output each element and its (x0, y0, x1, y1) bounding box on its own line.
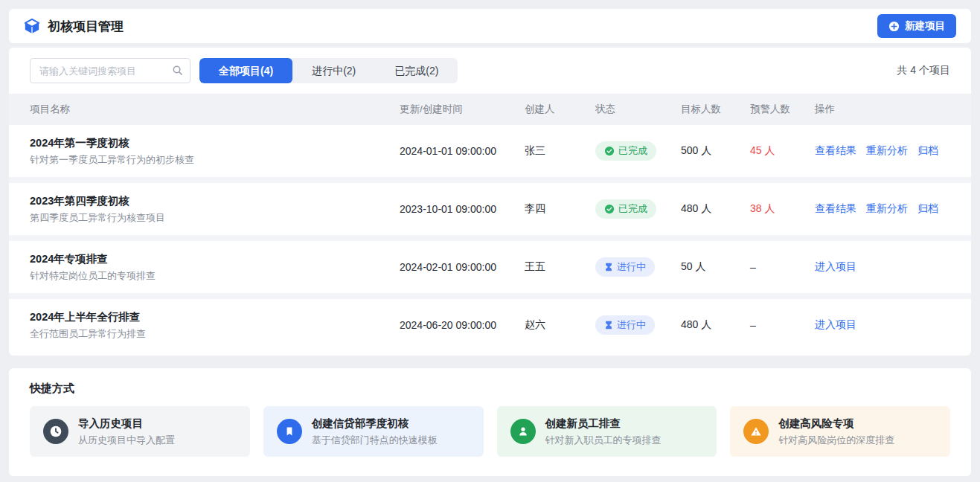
project-creator: 张三 (525, 144, 595, 158)
target-count: 500 人 (681, 144, 750, 158)
project-creator: 赵六 (525, 318, 595, 332)
table-row: 2024年第一季度初核 针对第一季度员工异常行为的初步核查 2024-01-01… (9, 125, 971, 177)
reanalyze-link[interactable]: 重新分析 (866, 202, 908, 216)
project-name-cell: 2023年第四季度初核 第四季度员工异常行为核查项目 (30, 196, 400, 223)
person-icon (510, 419, 536, 444)
table-row: 2023年第四季度初核 第四季度员工异常行为核查项目 2023-10-01 09… (9, 183, 971, 235)
project-creator: 李四 (525, 202, 595, 216)
filter-tabs: 全部项目(4) 进行中(2) 已完成(2) (199, 58, 458, 83)
status-badge: 进行中 (595, 257, 655, 277)
project-desc: 针对第一季度员工异常行为的初步核查 (30, 155, 400, 164)
project-time: 2023-10-01 09:00:00 (400, 203, 525, 215)
table-row: 2024年专项排查 针对特定岗位员工的专项排查 2024-02-01 09:00… (9, 241, 971, 293)
page-title: 初核项目管理 (48, 18, 124, 35)
project-desc: 第四季度员工异常行为核查项目 (30, 213, 400, 222)
col-header-warning: 预警人数 (750, 103, 815, 116)
shortcut-desc: 针对新入职员工的专项排查 (545, 435, 662, 445)
enter-project-link[interactable]: 进入项目 (815, 260, 856, 274)
project-status-cell: 进行中 (595, 315, 681, 335)
shortcut-title: 导入历史项目 (78, 418, 175, 429)
titlebar: 初核项目管理 新建项目 (9, 9, 971, 43)
warning-count: – (750, 261, 815, 273)
project-name: 2024年专项排查 (30, 254, 400, 265)
shortcut-high-risk-special[interactable]: 创建高风险专项 针对高风险岗位的深度排查 (730, 406, 950, 457)
col-header-creator: 创建人 (525, 103, 595, 116)
status-label: 进行中 (617, 260, 646, 274)
hourglass-icon (604, 321, 613, 330)
archive-link[interactable]: 归档 (917, 202, 938, 216)
shortcut-title: 创建高风险专项 (778, 418, 894, 429)
shortcut-credit-dept-review[interactable]: 创建信贷部季度初核 基于信贷部门特点的快速模板 (263, 406, 484, 457)
col-header-name: 项目名称 (30, 103, 400, 116)
toolbar: 全部项目(4) 进行中(2) 已完成(2) 共 4 个项目 (9, 48, 971, 94)
plus-circle-icon (888, 21, 900, 32)
col-header-time: 更新/创建时间 (400, 103, 525, 116)
warning-count: – (750, 319, 815, 331)
project-name: 2024年上半年全行排查 (30, 312, 400, 323)
shortcut-title: 创建信贷部季度初核 (312, 418, 438, 429)
search-icon (172, 65, 183, 79)
new-project-button[interactable]: 新建项目 (877, 14, 956, 38)
shortcut-cards: 导入历史项目 从历史项目中导入配置 创建信贷部季度初核 基于信贷部门特点的快速模… (30, 406, 950, 457)
check-circle-icon (604, 204, 615, 214)
reanalyze-link[interactable]: 重新分析 (866, 144, 908, 158)
view-results-link[interactable]: 查看结果 (815, 144, 856, 158)
row-actions: 查看结果 重新分析 归档 (815, 202, 950, 216)
warning-icon (743, 419, 769, 444)
shortcuts-panel: 快捷方式 导入历史项目 从历史项目中导入配置 创建信贷部季度初核 基于信贷部门特… (9, 368, 971, 476)
tab-in-progress[interactable]: 进行中(2) (292, 58, 375, 83)
shortcut-desc: 从历史项目中导入配置 (78, 435, 175, 445)
shortcut-text: 创建信贷部季度初核 基于信贷部门特点的快速模板 (312, 418, 438, 445)
target-count: 50 人 (681, 260, 750, 274)
project-name: 2024年第一季度初核 (30, 138, 400, 149)
hourglass-icon (604, 263, 613, 271)
warning-count: 38 人 (750, 202, 815, 216)
project-name-cell: 2024年上半年全行排查 全行范围员工异常行为排查 (30, 312, 400, 339)
shortcut-text: 导入历史项目 从历史项目中导入配置 (78, 418, 175, 445)
status-badge: 进行中 (595, 315, 655, 335)
view-results-link[interactable]: 查看结果 (815, 202, 856, 216)
target-count: 480 人 (681, 318, 750, 332)
shortcut-title: 创建新员工排查 (545, 418, 662, 429)
project-name-cell: 2024年第一季度初核 针对第一季度员工异常行为的初步核查 (30, 138, 400, 165)
shortcut-text: 创建高风险专项 针对高风险岗位的深度排查 (778, 418, 894, 445)
project-desc: 全行范围员工异常行为排查 (30, 329, 400, 338)
project-name-cell: 2024年专项排查 针对特定岗位员工的专项排查 (30, 254, 400, 281)
search-box (30, 58, 190, 83)
shortcut-desc: 针对高风险岗位的深度排查 (778, 435, 894, 445)
row-divider (9, 177, 971, 183)
project-status-cell: 已完成 (595, 199, 681, 219)
project-status-cell: 进行中 (595, 257, 681, 277)
project-count: 共 4 个项目 (897, 64, 950, 77)
shortcut-import-history[interactable]: 导入历史项目 从历史项目中导入配置 (30, 406, 250, 457)
status-badge: 已完成 (595, 141, 656, 161)
project-time: 2024-01-01 09:00:00 (400, 145, 525, 157)
table-header: 项目名称 更新/创建时间 创建人 状态 目标人数 预警人数 操作 (9, 94, 971, 125)
enter-project-link[interactable]: 进入项目 (815, 318, 856, 332)
row-actions: 查看结果 重新分析 归档 (815, 144, 950, 158)
status-badge: 已完成 (595, 199, 656, 219)
project-desc: 针对特定岗位员工的专项排查 (30, 271, 400, 280)
status-label: 进行中 (617, 318, 646, 332)
row-divider (9, 235, 971, 241)
clock-icon (43, 419, 68, 444)
shortcuts-title: 快捷方式 (30, 382, 950, 396)
cube-icon (24, 18, 40, 34)
archive-link[interactable]: 归档 (917, 144, 938, 158)
project-creator: 王五 (525, 260, 595, 274)
tab-completed[interactable]: 已完成(2) (375, 58, 458, 83)
col-header-target: 目标人数 (681, 103, 750, 116)
tab-all-projects[interactable]: 全部项目(4) (199, 58, 292, 83)
project-status-cell: 已完成 (595, 141, 681, 161)
status-label: 已完成 (618, 202, 647, 216)
shortcut-new-employee-check[interactable]: 创建新员工排查 针对新入职员工的专项排查 (497, 406, 717, 457)
col-header-actions: 操作 (815, 103, 950, 116)
shortcut-text: 创建新员工排查 针对新入职员工的专项排查 (545, 418, 662, 445)
warning-count: 45 人 (750, 144, 815, 158)
row-actions: 进入项目 (815, 260, 950, 274)
new-project-label: 新建项目 (905, 19, 945, 33)
target-count: 480 人 (681, 202, 750, 216)
bookmark-icon (277, 419, 302, 444)
search-input[interactable] (30, 58, 190, 83)
check-circle-icon (604, 146, 615, 156)
